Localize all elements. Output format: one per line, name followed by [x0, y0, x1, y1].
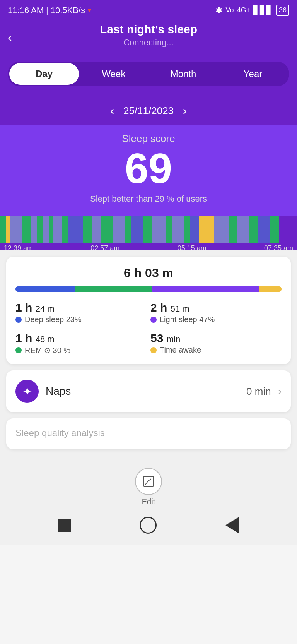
tab-day[interactable]: Day: [9, 63, 79, 85]
awake-label: Time awake: [150, 346, 282, 355]
sleep-quality-label: Sleep quality analysis: [15, 428, 282, 438]
svg-line-2: [148, 479, 151, 481]
battery-indicator: 36: [276, 5, 289, 16]
naps-icon: ✦: [15, 380, 39, 403]
page-header: ‹ Last night's sleep Connecting...: [0, 19, 297, 55]
back-button[interactable]: ‹: [8, 30, 12, 45]
naps-value: 0 min: [246, 385, 271, 397]
deep-sleep-dot: [15, 317, 22, 323]
timeline-label-2: 02:57 am: [90, 244, 119, 250]
sleep-stat-deep: 1 h 24 m Deep sleep 23%: [15, 301, 147, 324]
awake-time: 53 min: [150, 332, 282, 345]
tab-week[interactable]: Week: [79, 63, 148, 85]
sleep-score-label: Sleep score: [8, 133, 289, 145]
timeline-labels: 12:39 am 02:57 am 05:15 am 07:35 am: [0, 243, 297, 250]
svg-line-1: [145, 481, 148, 485]
sleep-total-time: 6 h 03 m: [15, 266, 282, 280]
tab-container: Day Week Month Year: [8, 62, 289, 86]
tab-bar: Day Week Month Year: [0, 55, 297, 94]
sim-icon: Vo: [225, 6, 234, 14]
date-next-button[interactable]: ›: [183, 104, 187, 117]
nav-home-button[interactable]: [140, 517, 157, 534]
signal-icon: ▋▋▋: [253, 5, 273, 15]
sleep-score-value: 69: [8, 145, 289, 192]
wifi-icon: ♥: [87, 6, 92, 14]
date-navigation-section: ‹ 25/11/2023 ›: [0, 94, 297, 125]
timeline-label-1: 12:39 am: [4, 244, 33, 250]
connection-status: Connecting...: [8, 38, 289, 48]
navigation-bar: [0, 510, 297, 545]
sleep-score-description: Slept better than 29 % of users: [8, 194, 289, 208]
sleep-stats-grid: 1 h 24 m Deep sleep 23% 2 h 51 m Light s…: [15, 301, 282, 355]
network-type-icon: 4G+: [237, 6, 250, 14]
sleep-bar-rem: [75, 286, 152, 292]
light-sleep-dot: [150, 317, 157, 323]
status-left: 11:16 AM | 10.5KB/s ♥: [8, 5, 92, 15]
timeline-bars: [0, 216, 297, 243]
page-title: Last night's sleep: [8, 23, 289, 36]
rem-sleep-time: 1 h 48 m: [15, 332, 147, 345]
naps-card[interactable]: ✦ Naps 0 min ›: [6, 370, 291, 412]
awake-dot: [150, 347, 157, 353]
date-display: 25/11/2023: [123, 105, 174, 117]
sleep-timeline: 12:39 am 02:57 am 05:15 am 07:35 am: [0, 216, 297, 250]
edit-bar: Edit: [0, 462, 297, 510]
timeline-label-4: 07:35 am: [264, 244, 293, 250]
sleep-bar-light: [152, 286, 259, 292]
naps-label: Naps: [46, 385, 239, 397]
sleep-bar-deep: [15, 286, 75, 292]
nav-back-button[interactable]: [225, 517, 239, 534]
nav-square-button[interactable]: [58, 519, 71, 532]
sleep-stat-light: 2 h 51 m Light sleep 47%: [150, 301, 282, 324]
light-sleep-time: 2 h 51 m: [150, 301, 282, 314]
network-speed-value: 10.5KB/s: [51, 5, 85, 15]
sparkle-icon: ✦: [22, 385, 32, 398]
timeline-label-3: 05:15 am: [178, 244, 207, 250]
svg-rect-0: [143, 476, 154, 486]
sleep-duration-card: 6 h 03 m 1 h 24 m Deep sleep 23% 2 h 51 …: [6, 257, 291, 364]
edit-button[interactable]: [135, 468, 162, 495]
network-speed: |: [46, 5, 48, 15]
sleep-score-section: Sleep score 69 Slept better than 29 % of…: [0, 125, 297, 216]
light-sleep-label: Light sleep 47%: [150, 315, 282, 324]
time-display: 11:16 AM: [8, 5, 44, 15]
deep-sleep-time: 1 h 24 m: [15, 301, 147, 314]
sleep-stat-rem: 1 h 48 m REM ⊙ 30 %: [15, 332, 147, 355]
sleep-bar: [15, 286, 282, 292]
sleep-quality-card[interactable]: Sleep quality analysis: [6, 418, 291, 449]
date-prev-button[interactable]: ‹: [110, 104, 114, 117]
content-section: 6 h 03 m 1 h 24 m Deep sleep 23% 2 h 51 …: [0, 250, 297, 462]
bluetooth-icon: ✱: [215, 5, 222, 15]
sleep-stat-awake: 53 min Time awake: [150, 332, 282, 355]
tab-month[interactable]: Month: [148, 63, 218, 85]
edit-label: Edit: [142, 497, 155, 506]
tab-year[interactable]: Year: [218, 63, 288, 85]
status-bar: 11:16 AM | 10.5KB/s ♥ ✱ Vo 4G+ ▋▋▋ 36: [0, 0, 297, 19]
naps-chevron-icon: ›: [278, 385, 282, 397]
deep-sleep-label: Deep sleep 23%: [15, 315, 147, 324]
date-nav: ‹ 25/11/2023 ›: [8, 98, 289, 125]
sleep-bar-awake: [259, 286, 282, 292]
rem-sleep-label: REM ⊙ 30 %: [15, 346, 147, 355]
status-right: ✱ Vo 4G+ ▋▋▋ 36: [215, 5, 289, 16]
rem-sleep-dot: [15, 347, 22, 353]
